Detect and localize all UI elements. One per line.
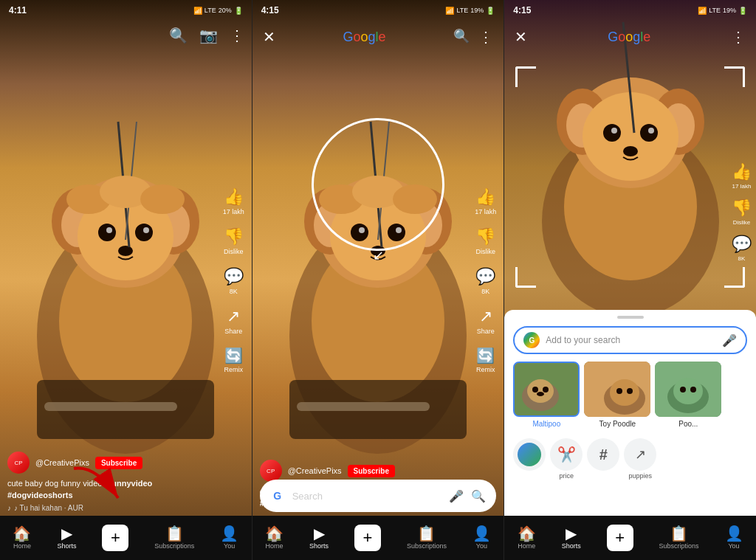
remix-button-2[interactable]: 🔄 Remix bbox=[476, 347, 495, 373]
status-bar-1: 4:11 📶 LTE 20% 🔋 bbox=[0, 0, 252, 21]
close-button-3[interactable]: ✕ bbox=[515, 28, 527, 46]
status-icons-3: 📶 LTE 19% 🔋 bbox=[698, 7, 747, 15]
like-button-1[interactable]: 👍 17 lakh bbox=[223, 187, 244, 215]
google-g-logo-2: G bbox=[270, 488, 285, 503]
dog-video-2 bbox=[252, 22, 504, 516]
bottom-nav-1: 🏠 Home ▶ Shorts + 📋 Subscriptions 👤 You bbox=[0, 516, 252, 560]
dislike-button-2[interactable]: 👎 Dislike bbox=[475, 227, 495, 255]
svg-point-58 bbox=[532, 387, 538, 393]
share-button-1[interactable]: ↗ Share bbox=[224, 307, 242, 335]
remix-button-1[interactable]: 🔄 Remix bbox=[224, 347, 243, 373]
nav-shorts-1[interactable]: ▶ Shorts bbox=[57, 526, 76, 550]
search-placeholder-3: Add to your search bbox=[546, 335, 716, 345]
google-topbar-3: ✕ Google ⋮ bbox=[504, 21, 756, 53]
more-icon-1[interactable]: ⋮ bbox=[230, 27, 244, 44]
lens-icon-2[interactable]: 🔍 bbox=[471, 489, 486, 503]
nav-you-1[interactable]: 👤 You bbox=[220, 526, 238, 550]
svg-point-64 bbox=[616, 388, 622, 394]
bottom-nav-2: 🏠 Home ▶ Shorts + 📋 Subscriptions 👤 You bbox=[252, 516, 504, 560]
dislike-button-1[interactable]: 👎 Dislike bbox=[224, 227, 244, 255]
channel-avatar-1: CP bbox=[7, 452, 30, 474]
nav-add-3[interactable]: + bbox=[607, 525, 633, 551]
svg-point-57 bbox=[527, 379, 554, 403]
comment-button-1[interactable]: 💬 8K bbox=[224, 267, 244, 295]
tag-icon-hash: # bbox=[587, 438, 619, 471]
svg-point-10 bbox=[106, 227, 112, 233]
like-button-2[interactable]: 👍 17 lakh bbox=[475, 187, 496, 215]
tag-label-price: price bbox=[560, 472, 574, 480]
panel-lens-results: 4:15 📶 LTE 19% 🔋 ✕ Google ⋮ 👍 17 lakh 👎 … bbox=[504, 0, 756, 560]
share-button-2[interactable]: ↗ Share bbox=[477, 307, 495, 335]
tag-share[interactable]: ↗ puppies bbox=[624, 438, 656, 480]
search-tags: ✂️ price # ↗ puppies bbox=[504, 438, 756, 480]
close-button-2[interactable]: ✕ bbox=[263, 28, 275, 46]
comment-button-2[interactable]: 💬 8K bbox=[475, 267, 495, 295]
svg-point-8 bbox=[98, 224, 116, 241]
yt-topbar-1: 🔍 📷 ⋮ bbox=[0, 21, 252, 50]
result-poodle[interactable]: Poo... bbox=[655, 362, 721, 428]
nav-home-2[interactable]: 🏠 Home bbox=[265, 526, 284, 550]
nav-you-3[interactable]: 👤 You bbox=[725, 526, 743, 550]
result-thumb-poodle bbox=[655, 362, 721, 417]
svg-point-11 bbox=[143, 227, 149, 233]
svg-point-60 bbox=[537, 392, 544, 396]
scan-brackets-3 bbox=[515, 66, 745, 288]
status-icons-2: 📶 LTE 19% 🔋 bbox=[445, 7, 495, 15]
google-g-icon: G bbox=[523, 332, 540, 348]
right-actions-1: 👍 17 lakh 👎 Dislike 💬 8K ↗ Share 🔄 Remix bbox=[223, 187, 244, 373]
svg-point-65 bbox=[627, 388, 633, 394]
nav-you-2[interactable]: 👤 You bbox=[472, 526, 491, 550]
result-label-toy-poodle: Toy Poodle bbox=[599, 420, 636, 428]
status-time-3: 4:15 bbox=[513, 5, 531, 15]
nav-home-1[interactable]: 🏠 Home bbox=[13, 526, 31, 550]
camera-icon-1[interactable]: 📷 bbox=[199, 27, 218, 44]
svg-point-70 bbox=[690, 387, 696, 393]
channel-avatar-2: CP bbox=[260, 460, 282, 482]
nav-subscriptions-1[interactable]: 📋 Subscriptions bbox=[154, 526, 194, 550]
nav-subscriptions-2[interactable]: 📋 Subscriptions bbox=[407, 526, 447, 550]
lens-search-row[interactable]: G Add to your search 🎤 bbox=[513, 326, 747, 354]
result-toy-poodle[interactable]: Toy Poodle bbox=[584, 362, 650, 428]
result-thumb-toy-poodle bbox=[584, 362, 650, 417]
google-topbar-2: ✕ Google 🔍 ⋮ bbox=[252, 21, 504, 53]
channel-row-2: CP @CreativePixs Subscribe bbox=[260, 460, 460, 482]
panel-youtube-shorts: 4:11 📶 LTE 20% 🔋 🔍 📷 ⋮ 👍 17 lakh 👎 Disli… bbox=[0, 0, 252, 560]
google-logo-3: Google bbox=[608, 30, 650, 45]
drag-handle bbox=[617, 316, 644, 319]
nav-add-2[interactable]: + bbox=[354, 525, 381, 551]
status-bar-2: 4:15 📶 LTE 19% 🔋 bbox=[252, 0, 504, 21]
tag-avatar[interactable] bbox=[513, 438, 546, 480]
tag-icon-avatar bbox=[513, 438, 546, 471]
svg-point-19 bbox=[140, 184, 185, 214]
nav-shorts-2[interactable]: ▶ Shorts bbox=[309, 526, 329, 550]
subscribe-button-2[interactable]: Subscribe bbox=[348, 465, 395, 477]
more-icon-2[interactable]: ⋮ bbox=[478, 28, 493, 46]
mic-icon-2[interactable]: 🎤 bbox=[449, 489, 464, 503]
bottom-nav-3: 🏠 Home ▶ Shorts + 📋 Subscriptions 👤 You bbox=[504, 516, 756, 560]
status-time-1: 4:11 bbox=[9, 5, 27, 15]
tag-icon-crop: ✂️ bbox=[550, 438, 583, 471]
channel-name-2: @CreativePixs bbox=[288, 466, 342, 475]
tag-crop[interactable]: ✂️ price bbox=[550, 438, 583, 480]
nav-add-1[interactable]: + bbox=[102, 525, 128, 551]
svg-rect-37 bbox=[297, 402, 430, 411]
tag-label-puppies: puppies bbox=[629, 472, 653, 480]
svg-point-69 bbox=[680, 387, 686, 393]
svg-rect-16 bbox=[44, 402, 177, 411]
tag-icon-share: ↗ bbox=[624, 438, 656, 471]
nav-home-3[interactable]: 🏠 Home bbox=[518, 526, 536, 550]
svg-point-63 bbox=[610, 379, 639, 406]
mic-icon-3[interactable]: 🎤 bbox=[722, 333, 737, 348]
svg-point-68 bbox=[673, 378, 703, 404]
search-icon-1[interactable]: 🔍 bbox=[169, 27, 188, 44]
nav-subscriptions-3[interactable]: 📋 Subscriptions bbox=[659, 526, 699, 550]
nav-shorts-3[interactable]: ▶ Shorts bbox=[562, 526, 581, 550]
lens-scan-circle: ↙ bbox=[312, 118, 444, 251]
dog-video bbox=[0, 22, 252, 516]
result-maltipoo[interactable]: Maltipoo bbox=[513, 362, 580, 428]
google-search-bar-2[interactable]: G Search 🎤 🔍 bbox=[260, 480, 497, 512]
search-icon-2[interactable]: 🔍 bbox=[453, 28, 470, 46]
tag-hash[interactable]: # bbox=[587, 438, 619, 480]
result-label-maltipoo: Maltipoo bbox=[532, 420, 560, 428]
more-icon-3[interactable]: ⋮ bbox=[731, 28, 746, 46]
